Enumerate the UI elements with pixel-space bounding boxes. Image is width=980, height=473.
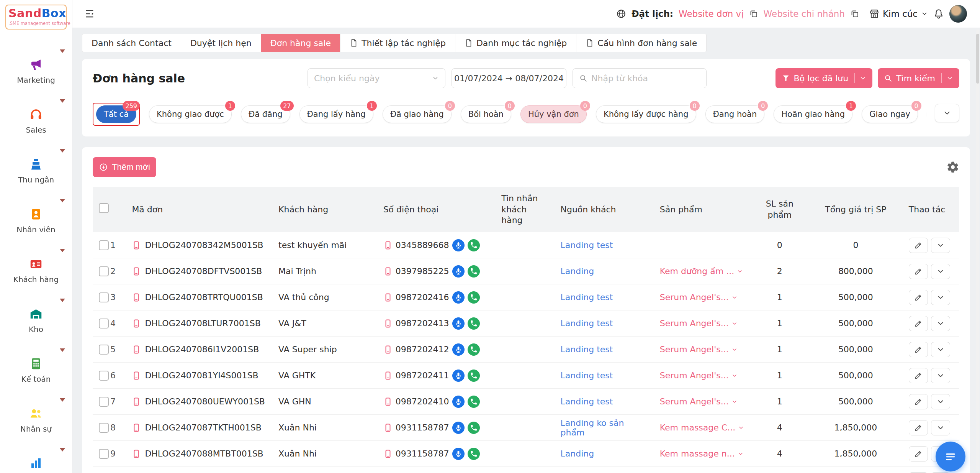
select-all-checkbox[interactable] — [99, 203, 109, 213]
date-range-input[interactable]: 01/07/2024 → 08/07/2024 — [452, 68, 566, 88]
product-link[interactable]: Serum Angel's... — [660, 371, 738, 380]
settings-gear-icon[interactable] — [946, 161, 959, 174]
product-link[interactable]: Serum Angel's... — [660, 319, 738, 328]
edit-button[interactable] — [909, 368, 928, 383]
mic-icon[interactable] — [452, 265, 465, 278]
call-icon[interactable] — [468, 370, 480, 382]
lead-source-link[interactable]: Landing — [561, 449, 594, 458]
website-branch-link[interactable]: Website chi nhánh — [764, 9, 845, 19]
status-chip-6[interactable]: Hủy vận đơn0 — [520, 105, 587, 123]
product-link[interactable]: Kem massage C... — [660, 423, 744, 432]
sidebar-item-warehouse[interactable]: Kho — [0, 296, 72, 345]
mic-icon[interactable] — [452, 396, 465, 408]
product-link[interactable]: Serum Angel's... — [660, 345, 738, 354]
page-scrollbar[interactable] — [976, 29, 979, 471]
row-checkbox[interactable] — [99, 319, 109, 328]
tab-3[interactable]: Thiết lập tác nghiệp — [340, 34, 455, 52]
row-more-button[interactable] — [931, 368, 950, 383]
bell-icon[interactable] — [933, 8, 944, 19]
sidebar-item-register[interactable]: Thu ngân — [0, 146, 72, 196]
call-icon[interactable] — [468, 422, 480, 434]
edit-button[interactable] — [909, 238, 928, 253]
tab-1[interactable]: Duyệt lịch hẹn — [181, 34, 261, 52]
edit-button[interactable] — [909, 316, 928, 331]
add-new-button[interactable]: Thêm mới — [93, 157, 156, 177]
sidebar-item-megaphone[interactable]: Marketing — [0, 46, 72, 96]
sidebar-item-chart[interactable]: Báo cáo CEO — [0, 445, 72, 473]
edit-button[interactable] — [909, 342, 928, 357]
lead-source-link[interactable]: Landing test — [561, 397, 613, 406]
scrollbar-thumb[interactable] — [976, 34, 979, 84]
status-chip-5[interactable]: Bồi hoàn0 — [461, 105, 511, 123]
sidebar-item-people[interactable]: Nhân sự — [0, 395, 72, 445]
mic-icon[interactable] — [452, 448, 465, 460]
sidebar-item-idcard[interactable]: Khách hàng — [0, 246, 72, 296]
keyword-input[interactable]: Nhập từ khóa — [573, 68, 707, 88]
row-checkbox[interactable] — [99, 345, 109, 355]
copy-icon[interactable] — [749, 9, 758, 18]
row-checkbox[interactable] — [99, 266, 109, 276]
edit-button[interactable] — [909, 420, 928, 435]
status-chip-1[interactable]: Không giao được1 — [149, 105, 232, 123]
mic-icon[interactable] — [452, 291, 465, 304]
mic-icon[interactable] — [452, 239, 465, 251]
lead-source-link[interactable]: Landing test — [561, 240, 613, 250]
mic-icon[interactable] — [452, 370, 465, 382]
call-icon[interactable] — [468, 239, 480, 251]
row-checkbox[interactable] — [99, 449, 109, 459]
row-more-button[interactable] — [931, 394, 950, 409]
sidebar-item-headset[interactable]: Sales — [0, 96, 72, 146]
edit-button[interactable] — [909, 290, 928, 305]
edit-button[interactable] — [909, 394, 928, 409]
lead-source-link[interactable]: Landing test — [561, 319, 613, 328]
status-chip-10[interactable]: Giao ngay0 — [862, 105, 918, 123]
row-checkbox[interactable] — [99, 371, 109, 381]
call-icon[interactable] — [468, 448, 480, 460]
brand-logo[interactable]: SandBox .SME management software — [5, 5, 67, 30]
product-link[interactable]: Kem dưỡng ẩm ... — [660, 266, 743, 276]
row-more-button[interactable] — [931, 290, 950, 305]
saved-filters-button[interactable]: Bộ lọc đã lưu — [775, 68, 873, 88]
search-button[interactable]: Tìm kiếm — [878, 68, 959, 88]
date-type-select[interactable]: Chọn kiểu ngày — [308, 68, 445, 88]
product-link[interactable]: Serum Angel's... — [660, 397, 738, 406]
status-chip-0[interactable]: Tất cả259 — [96, 105, 136, 123]
status-chip-4[interactable]: Đã giao hàng0 — [383, 105, 452, 123]
tab-4[interactable]: Danh mục tác nghiệp — [455, 34, 576, 52]
lead-source-link[interactable]: Landing — [561, 266, 594, 276]
chevron-down-icon[interactable] — [859, 75, 866, 82]
row-more-button[interactable] — [931, 238, 950, 253]
row-checkbox[interactable] — [99, 397, 109, 407]
expand-chips-button[interactable] — [935, 104, 959, 122]
chat-fab[interactable] — [936, 442, 965, 471]
status-chip-2[interactable]: Đã đăng27 — [241, 105, 290, 123]
lead-source-link[interactable]: Landing test — [561, 371, 613, 380]
status-chip-3[interactable]: Đang lấy hàng1 — [299, 105, 373, 123]
sidebar-item-badge[interactable]: Nhân viên — [0, 196, 72, 246]
row-more-button[interactable] — [931, 420, 950, 435]
menu-toggle-icon[interactable] — [84, 8, 95, 19]
sidebar-item-calculator[interactable]: Kế toán — [0, 345, 72, 395]
branch-selector[interactable]: Kim cúc — [869, 9, 928, 19]
status-chip-7[interactable]: Không lấy được hàng0 — [596, 105, 696, 123]
chevron-down-icon[interactable] — [946, 75, 953, 82]
row-more-button[interactable] — [931, 264, 950, 279]
tab-0[interactable]: Danh sách Contact — [82, 34, 181, 52]
row-checkbox[interactable] — [99, 292, 109, 302]
edit-button[interactable] — [909, 446, 928, 462]
product-link[interactable]: Kem massage n... — [660, 449, 744, 458]
row-checkbox[interactable] — [99, 240, 109, 250]
website-unit-link[interactable]: Website đơn vị — [679, 9, 744, 19]
copy-icon[interactable] — [850, 9, 859, 18]
row-more-button[interactable] — [931, 342, 950, 357]
lead-source-link[interactable]: Landing test — [561, 345, 613, 354]
lead-source-link[interactable]: Landing test — [561, 292, 613, 302]
tab-2[interactable]: Đơn hàng sale — [261, 34, 340, 52]
product-link[interactable]: Serum Angel's... — [660, 292, 738, 302]
avatar[interactable] — [949, 5, 967, 23]
status-chip-8[interactable]: Đang hoàn0 — [705, 105, 765, 123]
edit-button[interactable] — [909, 264, 928, 279]
call-icon[interactable] — [468, 317, 480, 330]
call-icon[interactable] — [468, 343, 480, 356]
row-more-button[interactable] — [931, 316, 950, 331]
